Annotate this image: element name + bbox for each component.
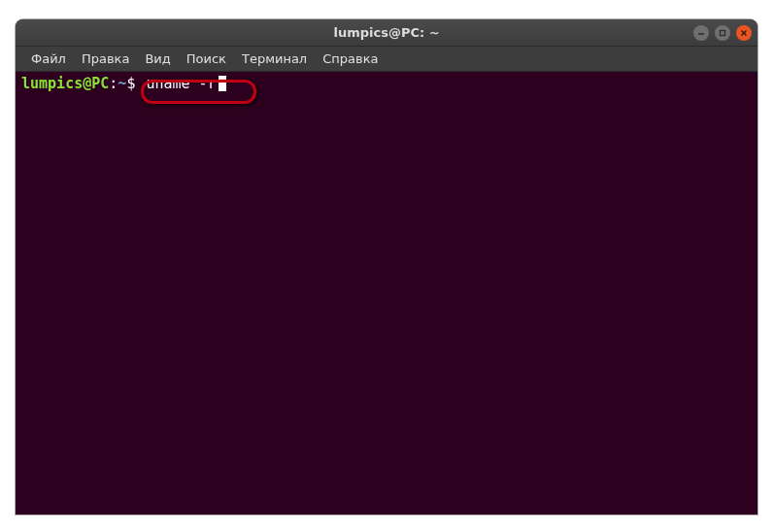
window-title: lumpics@PC: ~ [333, 25, 439, 40]
prompt-dollar: $ [126, 74, 144, 93]
window-controls [693, 25, 752, 41]
terminal-window: lumpics@PC: ~ Файл Правка Вид Поиск Терм… [16, 19, 757, 515]
menu-view[interactable]: Вид [137, 49, 178, 69]
typed-command: uname -r [144, 74, 218, 93]
menu-terminal[interactable]: Терминал [234, 49, 315, 69]
maximize-button[interactable] [715, 25, 730, 41]
close-button[interactable] [736, 25, 752, 41]
menu-file[interactable]: Файл [23, 49, 74, 69]
menu-search[interactable]: Поиск [179, 49, 234, 69]
menubar: Файл Правка Вид Поиск Терминал Справка [16, 47, 757, 72]
menu-edit[interactable]: Правка [74, 49, 137, 69]
svg-rect-1 [721, 30, 725, 35]
terminal-body[interactable]: lumpics@PC:~$ uname -r [16, 72, 757, 515]
prompt-user-host: lumpics@PC [21, 74, 109, 93]
prompt-colon: : [109, 74, 118, 93]
minimize-button[interactable] [693, 25, 709, 41]
menu-help[interactable]: Справка [315, 49, 386, 69]
prompt-line: lumpics@PC:~$ uname -r [21, 74, 752, 93]
cursor-icon [219, 76, 226, 91]
prompt-path: ~ [118, 74, 126, 93]
titlebar[interactable]: lumpics@PC: ~ [16, 19, 757, 47]
command-wrap: uname -r [144, 74, 225, 93]
